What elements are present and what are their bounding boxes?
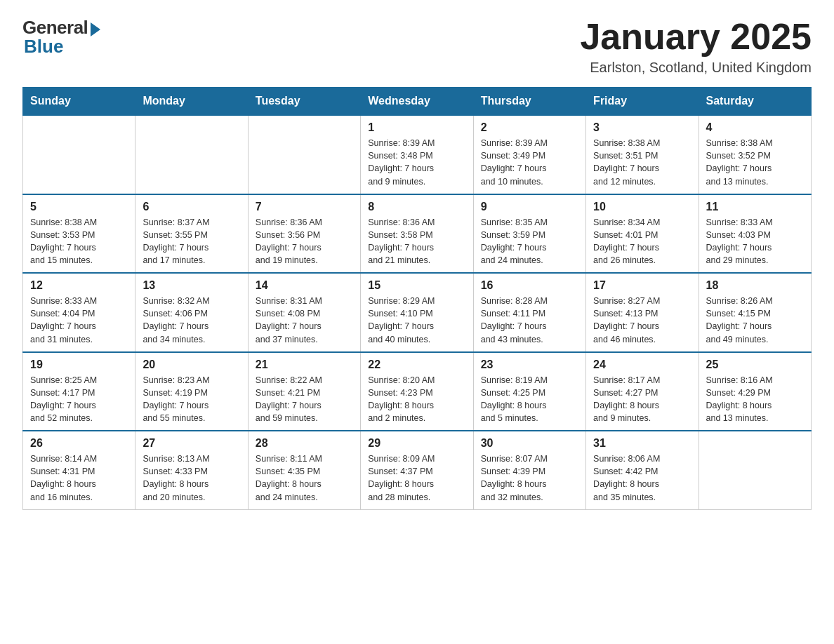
calendar-day-3: 3Sunrise: 8:38 AM Sunset: 3:51 PM Daylig… bbox=[586, 115, 699, 194]
calendar-empty-cell bbox=[23, 115, 135, 194]
location-text: Earlston, Scotland, United Kingdom bbox=[580, 60, 812, 76]
calendar-day-17: 17Sunrise: 8:27 AM Sunset: 4:13 PM Dayli… bbox=[586, 273, 699, 352]
calendar-header-monday: Monday bbox=[135, 88, 248, 116]
day-number-22: 22 bbox=[368, 358, 465, 371]
day-info-21: Sunrise: 8:22 AM Sunset: 4:21 PM Dayligh… bbox=[256, 374, 353, 425]
calendar-day-1: 1Sunrise: 8:39 AM Sunset: 3:48 PM Daylig… bbox=[361, 115, 473, 194]
day-info-12: Sunrise: 8:33 AM Sunset: 4:04 PM Dayligh… bbox=[30, 295, 128, 346]
day-info-20: Sunrise: 8:23 AM Sunset: 4:19 PM Dayligh… bbox=[143, 374, 240, 425]
day-info-24: Sunrise: 8:17 AM Sunset: 4:27 PM Dayligh… bbox=[593, 374, 691, 425]
calendar-table: SundayMondayTuesdayWednesdayThursdayFrid… bbox=[22, 87, 812, 510]
day-number-10: 10 bbox=[593, 201, 691, 213]
day-info-31: Sunrise: 8:06 AM Sunset: 4:42 PM Dayligh… bbox=[593, 452, 691, 504]
day-info-29: Sunrise: 8:09 AM Sunset: 4:37 PM Dayligh… bbox=[368, 452, 465, 504]
logo-arrow-icon bbox=[91, 22, 100, 36]
calendar-header-sunday: Sunday bbox=[23, 88, 135, 116]
title-block: January 2025 Earlston, Scotland, United … bbox=[580, 17, 812, 76]
calendar-week-row-4: 19Sunrise: 8:25 AM Sunset: 4:17 PM Dayli… bbox=[23, 352, 812, 431]
day-number-29: 29 bbox=[368, 437, 465, 450]
day-number-9: 9 bbox=[481, 201, 578, 213]
day-number-13: 13 bbox=[143, 279, 240, 292]
day-number-23: 23 bbox=[481, 358, 578, 371]
day-info-23: Sunrise: 8:19 AM Sunset: 4:25 PM Dayligh… bbox=[481, 374, 578, 425]
calendar-header-friday: Friday bbox=[586, 88, 699, 116]
day-number-16: 16 bbox=[481, 279, 578, 292]
calendar-header-thursday: Thursday bbox=[473, 88, 585, 116]
calendar-day-6: 6Sunrise: 8:37 AM Sunset: 3:55 PM Daylig… bbox=[135, 194, 248, 274]
calendar-week-row-2: 5Sunrise: 8:38 AM Sunset: 3:53 PM Daylig… bbox=[23, 194, 812, 274]
day-number-31: 31 bbox=[593, 437, 691, 450]
calendar-header-tuesday: Tuesday bbox=[248, 88, 360, 116]
calendar-header-wednesday: Wednesday bbox=[361, 88, 473, 116]
calendar-day-14: 14Sunrise: 8:31 AM Sunset: 4:08 PM Dayli… bbox=[248, 273, 360, 352]
day-info-30: Sunrise: 8:07 AM Sunset: 4:39 PM Dayligh… bbox=[481, 452, 578, 504]
calendar-day-18: 18Sunrise: 8:26 AM Sunset: 4:15 PM Dayli… bbox=[699, 273, 811, 352]
day-number-8: 8 bbox=[368, 201, 465, 213]
calendar-week-row-5: 26Sunrise: 8:14 AM Sunset: 4:31 PM Dayli… bbox=[23, 431, 812, 509]
day-info-8: Sunrise: 8:36 AM Sunset: 3:58 PM Dayligh… bbox=[368, 216, 465, 267]
calendar-empty-cell bbox=[135, 115, 248, 194]
day-info-10: Sunrise: 8:34 AM Sunset: 4:01 PM Dayligh… bbox=[593, 216, 691, 267]
calendar-empty-cell bbox=[248, 115, 360, 194]
logo-blue-text: Blue bbox=[24, 36, 63, 58]
day-number-17: 17 bbox=[593, 279, 691, 292]
day-number-4: 4 bbox=[706, 121, 804, 134]
day-info-22: Sunrise: 8:20 AM Sunset: 4:23 PM Dayligh… bbox=[368, 374, 465, 425]
calendar-day-9: 9Sunrise: 8:35 AM Sunset: 3:59 PM Daylig… bbox=[473, 194, 585, 274]
calendar-day-4: 4Sunrise: 8:38 AM Sunset: 3:52 PM Daylig… bbox=[699, 115, 811, 194]
calendar-header-saturday: Saturday bbox=[699, 88, 811, 116]
month-title: January 2025 bbox=[580, 17, 812, 57]
day-info-28: Sunrise: 8:11 AM Sunset: 4:35 PM Dayligh… bbox=[256, 452, 353, 504]
day-info-3: Sunrise: 8:38 AM Sunset: 3:51 PM Dayligh… bbox=[593, 137, 691, 188]
day-number-21: 21 bbox=[256, 358, 353, 371]
day-number-7: 7 bbox=[256, 201, 353, 213]
day-info-13: Sunrise: 8:32 AM Sunset: 4:06 PM Dayligh… bbox=[143, 295, 240, 346]
calendar-day-28: 28Sunrise: 8:11 AM Sunset: 4:35 PM Dayli… bbox=[248, 431, 360, 509]
day-number-28: 28 bbox=[256, 437, 353, 450]
day-number-24: 24 bbox=[593, 358, 691, 371]
calendar-day-2: 2Sunrise: 8:39 AM Sunset: 3:49 PM Daylig… bbox=[473, 115, 585, 194]
day-info-6: Sunrise: 8:37 AM Sunset: 3:55 PM Dayligh… bbox=[143, 216, 240, 267]
day-info-16: Sunrise: 8:28 AM Sunset: 4:11 PM Dayligh… bbox=[481, 295, 578, 346]
calendar-header-row: SundayMondayTuesdayWednesdayThursdayFrid… bbox=[23, 88, 812, 116]
day-number-25: 25 bbox=[706, 358, 804, 371]
calendar-day-8: 8Sunrise: 8:36 AM Sunset: 3:58 PM Daylig… bbox=[361, 194, 473, 274]
day-number-3: 3 bbox=[593, 121, 691, 134]
day-number-12: 12 bbox=[30, 279, 128, 292]
day-number-1: 1 bbox=[368, 121, 465, 134]
day-number-6: 6 bbox=[143, 201, 240, 213]
calendar-day-21: 21Sunrise: 8:22 AM Sunset: 4:21 PM Dayli… bbox=[248, 352, 360, 431]
calendar-day-10: 10Sunrise: 8:34 AM Sunset: 4:01 PM Dayli… bbox=[586, 194, 699, 274]
page-header: General Blue January 2025 Earlston, Scot… bbox=[22, 17, 812, 76]
day-info-4: Sunrise: 8:38 AM Sunset: 3:52 PM Dayligh… bbox=[706, 137, 804, 188]
day-number-27: 27 bbox=[143, 437, 240, 450]
calendar-empty-cell bbox=[699, 431, 811, 509]
calendar-day-5: 5Sunrise: 8:38 AM Sunset: 3:53 PM Daylig… bbox=[23, 194, 135, 274]
day-info-15: Sunrise: 8:29 AM Sunset: 4:10 PM Dayligh… bbox=[368, 295, 465, 346]
logo: General Blue bbox=[22, 17, 100, 58]
day-number-11: 11 bbox=[706, 201, 804, 213]
day-info-14: Sunrise: 8:31 AM Sunset: 4:08 PM Dayligh… bbox=[256, 295, 353, 346]
calendar-day-29: 29Sunrise: 8:09 AM Sunset: 4:37 PM Dayli… bbox=[361, 431, 473, 509]
day-info-2: Sunrise: 8:39 AM Sunset: 3:49 PM Dayligh… bbox=[481, 137, 578, 188]
day-info-11: Sunrise: 8:33 AM Sunset: 4:03 PM Dayligh… bbox=[706, 216, 804, 267]
calendar-week-row-1: 1Sunrise: 8:39 AM Sunset: 3:48 PM Daylig… bbox=[23, 115, 812, 194]
calendar-day-26: 26Sunrise: 8:14 AM Sunset: 4:31 PM Dayli… bbox=[23, 431, 135, 509]
calendar-day-23: 23Sunrise: 8:19 AM Sunset: 4:25 PM Dayli… bbox=[473, 352, 585, 431]
calendar-day-16: 16Sunrise: 8:28 AM Sunset: 4:11 PM Dayli… bbox=[473, 273, 585, 352]
day-info-19: Sunrise: 8:25 AM Sunset: 4:17 PM Dayligh… bbox=[30, 374, 128, 425]
day-info-17: Sunrise: 8:27 AM Sunset: 4:13 PM Dayligh… bbox=[593, 295, 691, 346]
day-info-25: Sunrise: 8:16 AM Sunset: 4:29 PM Dayligh… bbox=[706, 374, 804, 425]
calendar-day-11: 11Sunrise: 8:33 AM Sunset: 4:03 PM Dayli… bbox=[699, 194, 811, 274]
calendar-day-13: 13Sunrise: 8:32 AM Sunset: 4:06 PM Dayli… bbox=[135, 273, 248, 352]
calendar-day-19: 19Sunrise: 8:25 AM Sunset: 4:17 PM Dayli… bbox=[23, 352, 135, 431]
day-info-18: Sunrise: 8:26 AM Sunset: 4:15 PM Dayligh… bbox=[706, 295, 804, 346]
day-number-26: 26 bbox=[30, 437, 128, 450]
day-info-7: Sunrise: 8:36 AM Sunset: 3:56 PM Dayligh… bbox=[256, 216, 353, 267]
calendar-day-30: 30Sunrise: 8:07 AM Sunset: 4:39 PM Dayli… bbox=[473, 431, 585, 509]
day-number-15: 15 bbox=[368, 279, 465, 292]
day-number-18: 18 bbox=[706, 279, 804, 292]
calendar-day-31: 31Sunrise: 8:06 AM Sunset: 4:42 PM Dayli… bbox=[586, 431, 699, 509]
calendar-day-22: 22Sunrise: 8:20 AM Sunset: 4:23 PM Dayli… bbox=[361, 352, 473, 431]
day-info-9: Sunrise: 8:35 AM Sunset: 3:59 PM Dayligh… bbox=[481, 216, 578, 267]
